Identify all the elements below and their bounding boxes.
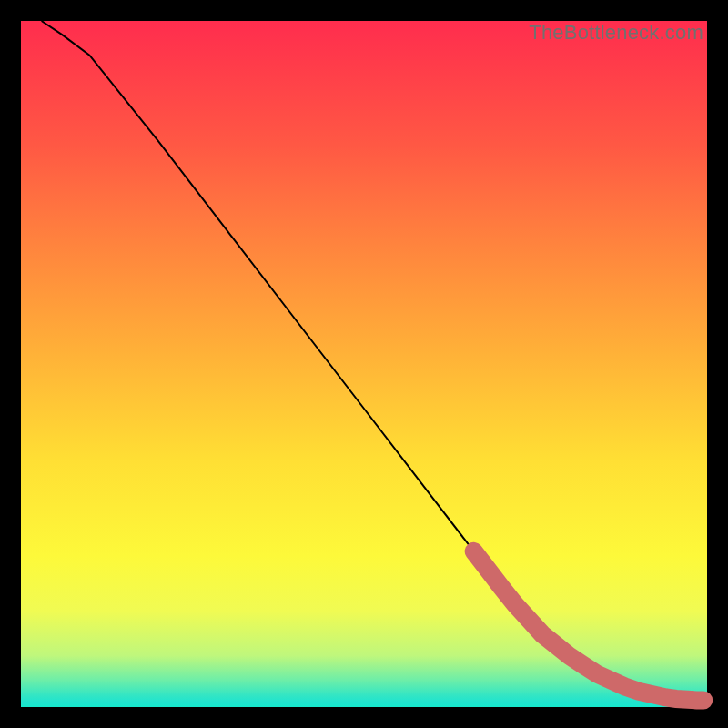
chart-frame: TheBottleneck.com bbox=[0, 0, 728, 728]
marker-segment bbox=[474, 551, 704, 701]
chart-svg bbox=[21, 21, 707, 707]
marker-group bbox=[474, 551, 704, 701]
bottleneck-curve-line bbox=[42, 21, 704, 700]
plot-area: TheBottleneck.com bbox=[21, 21, 707, 707]
